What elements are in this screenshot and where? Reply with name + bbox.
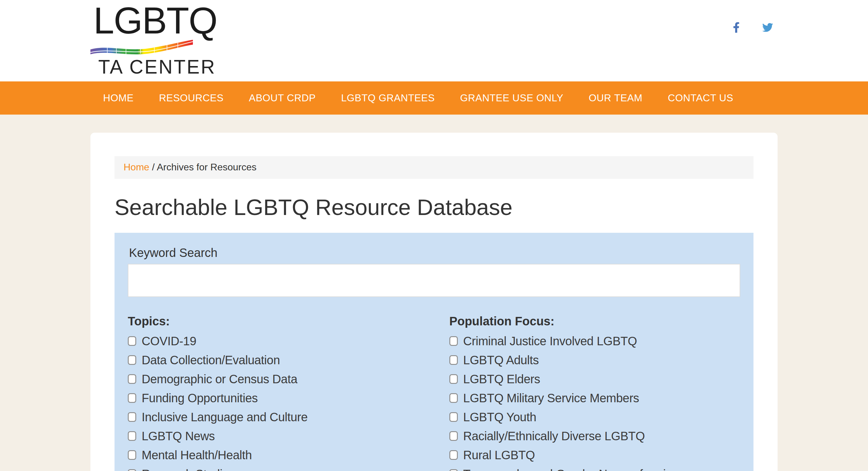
topic-option-mental-health-health[interactable]: Mental Health/Health [128,448,450,462]
nav-item-contact-us[interactable]: CONTACT US [655,81,746,115]
population-checkbox-racially-ethnically-diverse-lgbtq[interactable] [450,431,458,441]
page-title: Searchable LGBTQ Resource Database [115,195,753,220]
population-checkbox-lgbtq-elders[interactable] [450,374,458,384]
population-label-lgbtq-military-service-members: LGBTQ Military Service Members [463,391,639,405]
nav-item-wrap-about-crdp: ABOUT CRDP [236,81,329,115]
topic-option-demographic-or-census-data[interactable]: Demographic or Census Data [128,373,450,386]
nav-item-grantee-use-only[interactable]: GRANTEE USE ONLY [447,81,576,115]
population-checkbox-lgbtq-military-service-members[interactable] [450,393,458,403]
nav-item-home[interactable]: HOME [90,81,146,115]
topic-checkbox-data-collection-evaluation[interactable] [128,355,136,365]
topic-checkbox-research-studies[interactable] [128,469,136,471]
twitter-link[interactable] [761,22,774,33]
topic-label-research-studies: Research Studies [142,467,235,471]
population-label-lgbtq-youth: LGBTQ Youth [463,410,536,424]
nav-item-wrap-grantee-use-only: GRANTEE USE ONLY [447,81,576,115]
nav-item-wrap-our-team: OUR TEAM [576,81,655,115]
nav-item-wrap-lgbtq-grantees: LGBTQ GRANTEES [329,81,447,115]
topic-label-funding-opportunities: Funding Opportunities [142,391,258,405]
population-option-lgbtq-youth[interactable]: LGBTQ Youth [450,410,740,424]
search-panel: Keyword Search Topics: COVID-19Data Coll… [115,233,753,471]
topic-label-covid-19: COVID-19 [142,334,196,348]
nav-item-resources[interactable]: RESOURCES [146,81,236,115]
logo-subtitle: TA CENTER [98,56,216,78]
population-label-lgbtq-elders: LGBTQ Elders [463,373,540,386]
population-label-transgender-and-gender-nonconforming: Transgender and Gender Nonconforming [463,467,679,471]
topic-label-lgbtq-news: LGBTQ News [142,430,215,443]
content-card: Home / Archives for Resources Searchable… [90,133,778,471]
main-nav: HOMERESOURCESABOUT CRDPLGBTQ GRANTEESGRA… [0,81,868,115]
population-label-racially-ethnically-diverse-lgbtq: Racially/Ethnically Diverse LGBTQ [463,430,645,443]
topic-label-mental-health-health: Mental Health/Health [142,448,252,462]
population-checkbox-rural-lgbtq[interactable] [450,450,458,460]
twitter-bird-icon [761,22,774,33]
population-option-transgender-and-gender-nonconforming[interactable]: Transgender and Gender Nonconforming [450,467,740,471]
population-option-rural-lgbtq[interactable]: Rural LGBTQ [450,448,740,462]
population-option-lgbtq-elders[interactable]: LGBTQ Elders [450,373,740,386]
keyword-search-label: Keyword Search [129,246,740,260]
population-focus-column: Population Focus: Criminal Justice Invol… [450,313,740,471]
population-option-lgbtq-military-service-members[interactable]: LGBTQ Military Service Members [450,391,740,405]
topic-checkbox-covid-19[interactable] [128,336,136,346]
topic-option-research-studies[interactable]: Research Studies [128,467,450,471]
population-label-rural-lgbtq: Rural LGBTQ [463,448,535,462]
site-header: LGBTQ [0,0,868,81]
keyword-search-input[interactable] [128,264,740,297]
breadcrumb-home-link[interactable]: Home [124,161,149,173]
topic-checkbox-funding-opportunities[interactable] [128,393,136,403]
population-label-lgbtq-adults: LGBTQ Adults [463,353,539,367]
population-option-lgbtq-adults[interactable]: LGBTQ Adults [450,353,740,367]
population-checkbox-lgbtq-youth[interactable] [450,412,458,422]
topics-column: Topics: COVID-19Data Collection/Evaluati… [128,313,450,471]
topics-heading: Topics: [128,313,450,329]
topic-label-inclusive-language-and-culture: Inclusive Language and Culture [142,410,308,424]
topic-checkbox-lgbtq-news[interactable] [128,431,136,441]
nav-item-wrap-home: HOME [90,81,146,115]
population-label-criminal-justice-involved-lgbtq: Criminal Justice Involved LGBTQ [463,334,637,348]
population-option-racially-ethnically-diverse-lgbtq[interactable]: Racially/Ethnically Diverse LGBTQ [450,430,740,443]
facebook-link[interactable] [733,22,740,33]
topic-label-demographic-or-census-data: Demographic or Census Data [142,373,298,386]
topic-option-lgbtq-news[interactable]: LGBTQ News [128,430,450,443]
nav-item-about-crdp[interactable]: ABOUT CRDP [236,81,329,115]
population-option-criminal-justice-involved-lgbtq[interactable]: Criminal Justice Involved LGBTQ [450,334,740,348]
topic-checkbox-inclusive-language-and-culture[interactable] [128,412,136,422]
topic-option-data-collection-evaluation[interactable]: Data Collection/Evaluation [128,353,450,367]
population-checkbox-criminal-justice-involved-lgbtq[interactable] [450,336,458,346]
breadcrumb: Home / Archives for Resources [115,156,753,179]
breadcrumb-current: Archives for Resources [157,161,256,173]
topic-label-data-collection-evaluation: Data Collection/Evaluation [142,353,280,367]
topic-checkbox-mental-health-health[interactable] [128,450,136,460]
site-logo[interactable]: LGBTQ [93,4,217,77]
population-checkbox-lgbtq-adults[interactable] [450,355,458,365]
topic-option-funding-opportunities[interactable]: Funding Opportunities [128,391,450,405]
nav-item-wrap-resources: RESOURCES [146,81,236,115]
nav-item-lgbtq-grantees[interactable]: LGBTQ GRANTEES [329,81,447,115]
nav-item-wrap-contact-us: CONTACT US [655,81,746,115]
logo-wordmark: LGBTQ [93,0,217,41]
population-checkbox-transgender-and-gender-nonconforming[interactable] [450,469,458,471]
topic-checkbox-demographic-or-census-data[interactable] [128,374,136,384]
facebook-f-icon [733,22,740,33]
rainbow-swoosh-icon [90,38,193,57]
population-focus-heading: Population Focus: [450,313,740,329]
page: LGBTQ [0,0,868,471]
content-area: Home / Archives for Resources Searchable… [0,115,868,471]
topic-option-inclusive-language-and-culture[interactable]: Inclusive Language and Culture [128,410,450,424]
nav-item-our-team[interactable]: OUR TEAM [576,81,655,115]
social-links [733,22,774,33]
filter-columns: Topics: COVID-19Data Collection/Evaluati… [128,313,740,471]
breadcrumb-separator: / [149,161,157,173]
topic-option-covid-19[interactable]: COVID-19 [128,334,450,348]
